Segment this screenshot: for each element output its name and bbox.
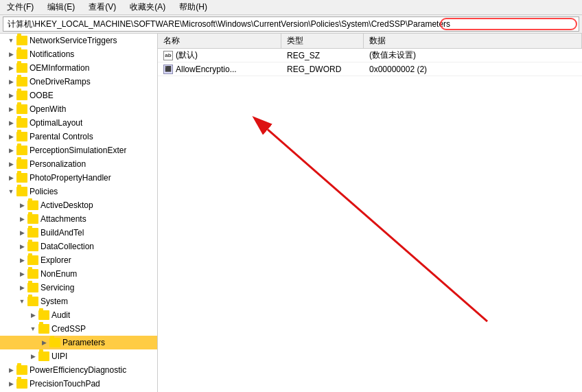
expand-btn-Personalization[interactable] — [5, 159, 16, 170]
table-row[interactable]: ⬛AllowEncryptio...REG_DWORD0x00000002 (2… — [158, 62, 582, 76]
tree-item-ParentalControls[interactable]: Parental Controls — [0, 130, 157, 143]
address-bar-text: 计算机\HKEY_LOCAL_MACHINE\SOFTWARE\Microsof… — [8, 19, 450, 30]
tree-item-OptimalLayout[interactable]: OptimalLayout — [0, 116, 157, 130]
tree-item-ActiveDesktop[interactable]: ActiveDesktop — [0, 198, 157, 212]
expand-btn-OEMInformation[interactable] — [5, 62, 16, 73]
expand-btn-Policies[interactable] — [5, 186, 16, 197]
tree-label-Audit: Audit — [51, 310, 70, 320]
tree-item-PowerEfficiencyDiagnostic[interactable]: PowerEfficiencyDiagnostic — [0, 363, 157, 377]
cell-data: 0x00000002 (2) — [364, 64, 582, 75]
menu-help[interactable]: 帮助(H) — [175, 1, 211, 14]
folder-icon-NonEnum — [27, 269, 38, 279]
cell-type: REG_DWORD — [281, 64, 364, 75]
folder-icon-OptimalLayout — [16, 118, 27, 128]
address-bar[interactable]: 计算机\HKEY_LOCAL_MACHINE\SOFTWARE\Microsof… — [3, 16, 579, 32]
expand-btn-PowerEfficiencyDiagnostic[interactable] — [5, 365, 16, 376]
registry-tree: NetworkServiceTriggersNotificationsOEMIn… — [0, 34, 158, 392]
tree-label-Servicing: Servicing — [40, 283, 74, 292]
tree-item-OEMInformation[interactable]: OEMInformation — [0, 61, 157, 75]
menu-file[interactable]: 文件(F) — [3, 1, 38, 14]
folder-icon-PowerEfficiencyDiagnostic — [16, 365, 27, 375]
expand-btn-Attachments[interactable] — [16, 214, 27, 224]
expand-btn-Notifications[interactable] — [5, 49, 16, 60]
tree-item-Audit[interactable]: Audit — [0, 308, 157, 322]
cell-data: (数值未设置) — [364, 49, 582, 62]
expand-btn-Audit[interactable] — [27, 310, 38, 321]
tree-label-ActiveDesktop: ActiveDesktop — [40, 200, 93, 210]
tree-item-Servicing[interactable]: Servicing — [0, 281, 157, 295]
reg-sz-icon: ab — [163, 51, 173, 60]
tree-item-UIPI[interactable]: UIPI — [0, 349, 157, 363]
tree-item-Notifications[interactable]: Notifications — [0, 47, 157, 61]
expand-btn-System[interactable] — [16, 296, 27, 307]
tree-item-Attachments[interactable]: Attachments — [0, 212, 157, 226]
tree-label-OptimalLayout: OptimalLayout — [30, 118, 82, 128]
main-content: NetworkServiceTriggersNotificationsOEMIn… — [0, 33, 582, 392]
folder-icon-System — [27, 297, 38, 306]
expand-btn-ActiveDesktop[interactable] — [16, 200, 27, 211]
tree-label-BuildAndTel: BuildAndTel — [40, 228, 84, 238]
expand-btn-ParentalControls[interactable] — [5, 131, 16, 142]
tree-label-PowerEfficiencyDiagnostic: PowerEfficiencyDiagnostic — [30, 365, 126, 375]
reg-dword-icon: ⬛ — [163, 65, 173, 74]
table-row[interactable]: ab(默认)REG_SZ(数值未设置) — [158, 49, 582, 62]
menu-favorites[interactable]: 收藏夹(A) — [126, 1, 170, 14]
folder-icon-DataCollection — [27, 242, 38, 251]
folder-icon-ParentalControls — [16, 132, 27, 141]
tree-item-OneDriveRamps[interactable]: OneDriveRamps — [0, 75, 157, 89]
expand-btn-OneDriveRamps[interactable] — [5, 76, 16, 87]
expand-btn-PerceptionSimulationExter[interactable] — [5, 145, 16, 156]
menu-view[interactable]: 查看(V) — [84, 1, 120, 14]
tree-item-BuildAndTel[interactable]: BuildAndTel — [0, 226, 157, 240]
tree-item-NetworkServiceTriggers[interactable]: NetworkServiceTriggers — [0, 34, 157, 47]
tree-item-Policies[interactable]: Policies — [0, 185, 157, 198]
tree-item-Explorer[interactable]: Explorer — [0, 253, 157, 267]
table-header: 名称 类型 数据 — [158, 34, 582, 49]
tree-label-ParentalControls: Parental Controls — [30, 132, 93, 141]
tree-label-Explorer: Explorer — [40, 255, 71, 265]
expand-btn-OOBE[interactable] — [5, 90, 16, 101]
folder-icon-Explorer — [27, 255, 38, 265]
tree-item-DataCollection[interactable]: DataCollection — [0, 240, 157, 253]
expand-btn-NonEnum[interactable] — [16, 268, 27, 279]
folder-icon-PhotoPropertyHandler — [16, 173, 27, 183]
tree-item-PhotoPropertyHandler[interactable]: PhotoPropertyHandler — [0, 171, 157, 185]
folder-icon-OneDriveRamps — [16, 77, 27, 87]
registry-values-list: ab(默认)REG_SZ(数值未设置)⬛AllowEncryptio...REG… — [158, 49, 582, 392]
expand-btn-PrecisionTouchPad[interactable] — [5, 378, 16, 389]
expand-btn-OpenWith[interactable] — [5, 104, 16, 115]
tree-item-PrecisionTouchPad[interactable]: PrecisionTouchPad — [0, 377, 157, 391]
expand-btn-UIPI[interactable] — [27, 351, 38, 362]
tree-label-CredSSP: CredSSP — [51, 324, 86, 334]
expand-btn-DataCollection[interactable] — [16, 241, 27, 252]
tree-item-OpenWith[interactable]: OpenWith — [0, 102, 157, 116]
tree-item-PerceptionSimulationExter[interactable]: PerceptionSimulationExter — [0, 143, 157, 157]
tree-label-System: System — [40, 297, 68, 306]
expand-btn-Parameters[interactable] — [38, 337, 49, 348]
address-highlight-circle — [440, 18, 577, 30]
tree-item-Parameters[interactable]: Parameters — [0, 336, 157, 349]
tree-item-OOBE[interactable]: OOBE — [0, 89, 157, 102]
column-type[interactable]: 类型 — [281, 34, 364, 48]
column-data[interactable]: 数据 — [364, 34, 582, 48]
folder-icon-UIPI — [38, 351, 49, 361]
tree-item-System[interactable]: System — [0, 295, 157, 308]
tree-label-Attachments: Attachments — [40, 214, 86, 224]
tree-label-PhotoPropertyHandler: PhotoPropertyHandler — [30, 173, 111, 183]
expand-btn-BuildAndTel[interactable] — [16, 227, 27, 238]
expand-btn-PhotoPropertyHandler[interactable] — [5, 172, 16, 183]
expand-btn-OptimalLayout[interactable] — [5, 117, 16, 128]
tree-label-Parameters: Parameters — [62, 338, 105, 347]
tree-item-Personalization[interactable]: Personalization — [0, 157, 157, 171]
menu-edit[interactable]: 编辑(E) — [43, 1, 79, 14]
folder-icon-Personalization — [16, 159, 27, 169]
expand-btn-NetworkServiceTriggers[interactable] — [5, 35, 16, 46]
expand-btn-Explorer[interactable] — [16, 255, 27, 266]
tree-item-CredSSP[interactable]: CredSSP — [0, 322, 157, 336]
expand-btn-CredSSP[interactable] — [27, 323, 38, 334]
expand-btn-Servicing[interactable] — [16, 282, 27, 293]
folder-icon-OpenWith — [16, 104, 27, 114]
folder-icon-NetworkServiceTriggers — [16, 36, 27, 45]
column-name[interactable]: 名称 — [158, 34, 281, 48]
tree-item-NonEnum[interactable]: NonEnum — [0, 267, 157, 281]
